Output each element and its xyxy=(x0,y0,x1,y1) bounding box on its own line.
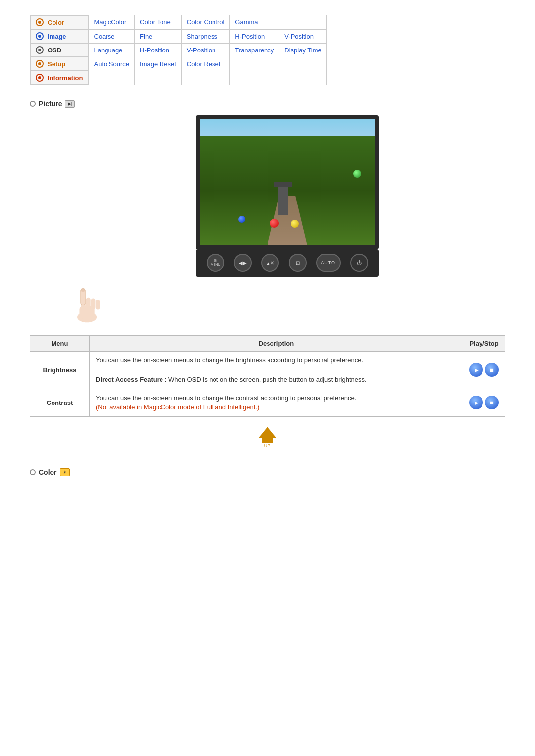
up-arrow-triangle xyxy=(259,427,276,438)
nav-image-hposition[interactable]: H-Position xyxy=(230,29,279,43)
picture-small-icon: ▶| xyxy=(65,100,75,108)
picture-radio-dot xyxy=(30,101,36,107)
nav-setup-empty2 xyxy=(279,57,326,71)
menu-col-header: Menu xyxy=(30,336,90,352)
nav-image-sharpness[interactable]: Sharpness xyxy=(181,29,230,43)
contrast-menu-cell: Contrast xyxy=(30,389,90,416)
svg-rect-5 xyxy=(96,300,100,309)
select-button[interactable]: ⊡ xyxy=(289,254,307,272)
nav-color-empty1 xyxy=(279,15,326,30)
nav-button[interactable]: ◀▶ xyxy=(234,254,252,272)
picture-section-title: Picture ▶| xyxy=(30,100,505,108)
up-arrow-label: UP xyxy=(264,443,271,448)
monitor-control-bar: ⊞MENU ◀▶ ▲✕ ⊡ AUTO ⏻ xyxy=(196,249,379,277)
nav-osd-label[interactable]: OSD xyxy=(30,43,89,57)
contrast-not-available: (Not available in MagicColor mode of Ful… xyxy=(96,403,259,411)
up-arrow-rect xyxy=(262,438,273,443)
color-section-title: Color ☀ xyxy=(30,468,505,476)
section-divider xyxy=(30,458,505,458)
nav-color-tone[interactable]: Color Tone xyxy=(135,15,182,30)
nav-info-empty2 xyxy=(135,71,182,85)
power-button[interactable]: ⏻ xyxy=(350,254,368,272)
brightness-desc-cell: You can use the on-screen menus to chang… xyxy=(90,352,463,389)
nav-row-information: Information xyxy=(30,71,327,85)
image-menu-icon xyxy=(36,32,44,40)
nav-setup-autosource[interactable]: Auto Source xyxy=(89,57,135,71)
auto-button[interactable]: AUTO xyxy=(316,254,341,272)
nav-color-gamma[interactable]: Gamma xyxy=(230,15,279,30)
adjust-button[interactable]: ▲✕ xyxy=(261,254,279,272)
ball-blue xyxy=(238,216,245,223)
finger-pointer-icon xyxy=(69,284,109,324)
brightness-play-button[interactable] xyxy=(469,363,483,377)
nav-image-coarse[interactable]: Coarse xyxy=(89,29,135,43)
menu-button[interactable]: ⊞MENU xyxy=(207,254,224,272)
nav-info-empty4 xyxy=(230,71,279,85)
description-table: Menu Description Play/Stop Brightness Yo… xyxy=(30,335,505,417)
playstop-col-header: Play/Stop xyxy=(463,336,505,352)
nav-osd-vposition[interactable]: V-Position xyxy=(181,43,230,57)
nav-color-label[interactable]: Color xyxy=(30,15,89,29)
contrast-desc-cell: You can use the on-screen menus to chang… xyxy=(90,389,463,416)
nav-setup-empty1 xyxy=(230,57,279,71)
ball-yellow xyxy=(291,220,299,228)
monitor-container: ⊞MENU ◀▶ ▲✕ ⊡ AUTO ⏻ xyxy=(69,115,505,277)
nav-setup-label[interactable]: Setup xyxy=(30,57,89,71)
contrast-row: Contrast You can use the on-screen menus… xyxy=(30,389,505,416)
color-radio-dot xyxy=(30,469,36,475)
brightness-stop-button[interactable] xyxy=(485,363,499,377)
nav-row-setup: Setup Auto Source Image Reset Color Rese… xyxy=(30,57,327,71)
nav-osd-hposition[interactable]: H-Position xyxy=(135,43,182,57)
nav-row-color: Color MagicColor Color Tone Color Contro… xyxy=(30,15,327,30)
monitor-screen xyxy=(196,115,379,249)
nav-info-empty5 xyxy=(279,71,326,85)
finger-pointer-container xyxy=(69,284,505,325)
osd-menu-icon xyxy=(36,46,44,54)
desc-table-header: Menu Description Play/Stop xyxy=(30,336,505,352)
direct-access-label: Direct Access Feature xyxy=(96,376,163,383)
brightness-play-stop xyxy=(469,363,499,377)
nav-row-osd: OSD Language H-Position V-Position Trans… xyxy=(30,43,327,57)
nav-osd-displaytime[interactable]: Display Time xyxy=(279,43,326,57)
nav-color-magiccolor[interactable]: MagicColor xyxy=(89,15,135,30)
color-section-label: Color xyxy=(39,468,57,476)
contrast-playstop-cell xyxy=(463,389,505,416)
picture-label: Picture xyxy=(39,100,62,108)
up-arrow[interactable]: UP xyxy=(259,427,276,448)
nav-setup-colorreset[interactable]: Color Reset xyxy=(181,57,230,71)
contrast-stop-button[interactable] xyxy=(485,396,499,409)
monitor-screen-inner xyxy=(200,119,375,245)
up-arrow-container: UP xyxy=(30,427,505,448)
ball-red xyxy=(270,219,279,228)
nav-osd-transparency[interactable]: Transparency xyxy=(230,43,279,57)
nav-osd-language[interactable]: Language xyxy=(89,43,135,57)
info-menu-icon xyxy=(36,74,44,82)
nav-image-label[interactable]: Image xyxy=(30,29,89,43)
contrast-play-stop xyxy=(469,396,499,409)
nav-image-fine[interactable]: Fine xyxy=(135,29,182,43)
brightness-row: Brightness You can use the on-screen men… xyxy=(30,352,505,389)
nav-image-vposition[interactable]: V-Position xyxy=(279,29,326,43)
description-col-header: Description xyxy=(90,336,463,352)
nav-row-image: Image Coarse Fine Sharpness H-Position V… xyxy=(30,29,327,43)
nav-setup-imagereset[interactable]: Image Reset xyxy=(135,57,182,71)
svg-rect-4 xyxy=(91,298,96,309)
pagoda xyxy=(278,186,288,215)
brightness-menu-cell: Brightness xyxy=(30,352,90,389)
nav-color-control[interactable]: Color Control xyxy=(181,15,230,30)
brightness-playstop-cell xyxy=(463,352,505,389)
nav-info-label[interactable]: Information xyxy=(30,71,89,85)
nav-info-empty1 xyxy=(89,71,135,85)
contrast-play-button[interactable] xyxy=(469,396,483,409)
svg-rect-3 xyxy=(86,298,91,310)
nav-info-empty3 xyxy=(181,71,230,85)
color-section-icon: ☀ xyxy=(60,468,70,476)
color-menu-icon xyxy=(36,18,44,26)
setup-menu-icon xyxy=(36,60,44,68)
navigation-table: Color MagicColor Color Tone Color Contro… xyxy=(30,15,327,85)
ball-green xyxy=(353,170,361,178)
